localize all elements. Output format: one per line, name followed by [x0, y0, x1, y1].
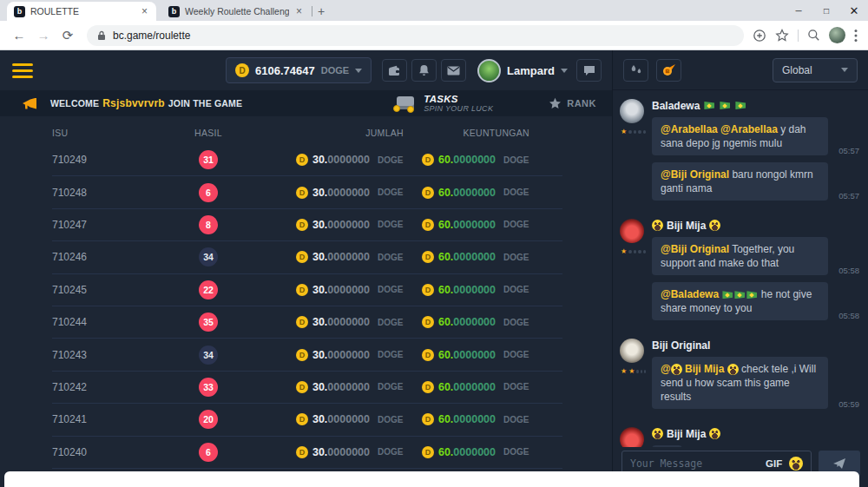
table-row[interactable]: 71024435D30.0000000DOGED60.0000000DOGE	[52, 306, 562, 339]
mention[interactable]: @Baladewa	[661, 288, 719, 300]
tab-weekly-challenge[interactable]: b Weekly Roulette Challenge - Win ×	[161, 2, 311, 21]
menu-dots-icon[interactable]	[854, 29, 858, 43]
balance-currency: DOGE	[321, 65, 349, 76]
result-cell: 6	[139, 443, 278, 462]
tasks-widget[interactable]: TASKS SPIN YOUR LUCK	[393, 94, 493, 113]
menu-hamburger-icon[interactable]	[12, 63, 33, 78]
avatar[interactable]	[620, 339, 644, 363]
zoom-plus-icon[interactable]	[753, 29, 766, 43]
user-avatar	[477, 59, 501, 82]
chat-user-column: ★★	[620, 339, 646, 416]
chat-message-column: Biji MijaOk05:59	[652, 427, 859, 447]
message-timestamp: 05:58	[833, 266, 859, 275]
search-icon[interactable]	[807, 29, 820, 42]
chat-bubble-row: @Biji Original Together, you support and…	[652, 237, 859, 275]
round-id: 710244	[52, 316, 139, 328]
rating-dot-icon	[643, 130, 646, 134]
chat-bubble[interactable]: @Baladewa he not give share money to you	[652, 282, 828, 320]
amount-currency: DOGE	[378, 415, 404, 424]
new-tab-button[interactable]: +	[311, 2, 332, 21]
grin-emoji-icon	[671, 364, 682, 375]
emoji-picker-icon[interactable]	[789, 457, 803, 471]
doge-coin-icon: D	[422, 349, 434, 361]
star-icon: ★	[621, 368, 627, 375]
user-menu[interactable]: Lampard	[477, 59, 568, 82]
rank-widget[interactable]: RANK	[549, 97, 596, 109]
chat-bubble[interactable]: @Arabellaa @Arabellaa y dah sana depo jg…	[652, 117, 828, 155]
reload-button[interactable]: ⟳	[57, 25, 78, 46]
forward-button[interactable]: →	[33, 25, 54, 46]
avatar[interactable]	[620, 99, 644, 123]
chat-toggle-button[interactable]	[576, 59, 602, 82]
gif-button[interactable]: GIF	[766, 458, 782, 469]
grin-emoji-icon	[652, 220, 663, 231]
tab-close-icon[interactable]: ×	[294, 5, 304, 17]
bet-amount-cell: D30.0000000DOGE	[278, 219, 404, 231]
table-row[interactable]: 71024334D30.0000000DOGED60.0000000DOGE	[52, 339, 562, 371]
messages-button[interactable]	[441, 59, 466, 82]
doge-coin-icon: D	[422, 187, 434, 199]
toolbar-divider	[798, 30, 799, 42]
chat-message-input[interactable]	[630, 457, 759, 470]
amount-value: 60.0000000	[438, 154, 496, 166]
table-row[interactable]: 7102406D30.0000000DOGED60.0000000DOGE	[52, 437, 562, 469]
balance-selector[interactable]: D 6106.74647 DOGE	[226, 57, 372, 83]
close-button[interactable]: ✕	[840, 0, 868, 21]
tab-roulette[interactable]: b ROULETTE ×	[7, 2, 156, 21]
chat-channel-select[interactable]: Global	[773, 58, 858, 82]
back-button[interactable]: ←	[9, 25, 30, 46]
table-row[interactable]: 71024233D30.0000000DOGED60.0000000DOGE	[52, 372, 562, 404]
table-row[interactable]: 7102478D30.0000000DOGED60.0000000DOGE	[52, 209, 562, 241]
mention[interactable]: @Biji Original	[661, 168, 729, 181]
table-row[interactable]: 71024120D30.0000000DOGED60.0000000DOGE	[52, 404, 562, 436]
rating-dot-icon	[643, 250, 646, 253]
mention[interactable]: @Arabellaa	[661, 123, 718, 135]
amount-currency: DOGE	[378, 350, 404, 359]
amount-value: 60.0000000	[438, 381, 496, 393]
amount-currency: DOGE	[378, 155, 404, 165]
bookmark-star-icon[interactable]	[775, 29, 789, 43]
mention[interactable]: @ Biji Mija	[661, 363, 739, 375]
message-timestamp: 05:59	[833, 399, 859, 409]
notifications-button[interactable]	[411, 59, 437, 82]
chat-bubble[interactable]: @Biji Original Together, you support and…	[652, 237, 828, 275]
profit-amount-cell: D60.0000000DOGE	[404, 349, 529, 361]
maximize-button[interactable]: □	[812, 0, 840, 21]
tab-close-icon[interactable]: ×	[140, 5, 149, 17]
coindrop-button[interactable]: B	[656, 59, 681, 82]
chat-bubble-row: @Arabellaa @Arabellaa y dah sana depo jg…	[652, 117, 859, 155]
rain-button[interactable]	[623, 59, 648, 82]
column-header-hasil: HASIL	[139, 128, 278, 138]
amount-value: 30.0000000	[312, 154, 370, 166]
round-id: 710249	[52, 154, 139, 166]
mention[interactable]: @Arabellaa	[720, 123, 778, 135]
amount-currency: DOGE	[503, 253, 529, 262]
chat-username: Biji Original	[652, 339, 859, 352]
amount-value: 60.0000000	[438, 413, 496, 425]
table-row[interactable]: 71024634D30.0000000DOGED60.0000000DOGE	[52, 241, 562, 273]
chat-message-column: Biji Original@ Biji Mija check tele ,i W…	[652, 339, 859, 416]
amount-currency: DOGE	[378, 318, 404, 327]
avatar[interactable]	[620, 427, 644, 447]
chat-bubble[interactable]: @ Biji Mija check tele ,i Will send u ho…	[652, 357, 828, 409]
mention[interactable]: @Biji Original	[661, 243, 729, 255]
chat-user-column: ★	[620, 99, 646, 207]
announcement-text: WELCOMERsjsbvvrvrbJOIN THE GAME	[50, 97, 242, 109]
minimize-button[interactable]: ─	[785, 0, 812, 21]
chat-bubble[interactable]: @Biji Original baru nongol kmrn ganti na…	[652, 162, 828, 201]
profile-avatar[interactable]	[829, 27, 845, 43]
column-header-keuntungan: KEUNTUNGAN	[404, 128, 529, 138]
table-row[interactable]: 71024522D30.0000000DOGED60.0000000DOGE	[52, 274, 562, 306]
chat-bubble-row: @ Biji Mija check tele ,i Will send u ho…	[652, 357, 859, 409]
user-rating: ★★	[620, 368, 646, 375]
table-row[interactable]: 7102486D30.0000000DOGED60.0000000DOGE	[52, 176, 562, 208]
address-bar[interactable]: bc.game/roulette	[87, 25, 744, 46]
rank-star-icon	[549, 97, 562, 109]
wallet-button[interactable]	[382, 59, 407, 82]
doge-coin-icon: D	[296, 187, 308, 199]
table-row[interactable]: 71024931D30.0000000DOGED60.0000000DOGE	[52, 144, 562, 176]
amount-value: 60.0000000	[438, 349, 496, 361]
avatar[interactable]	[620, 219, 644, 243]
chat-bubble-row: @Biji Original baru nongol kmrn ganti na…	[652, 162, 859, 201]
message-timestamp: 05:57	[833, 146, 859, 155]
